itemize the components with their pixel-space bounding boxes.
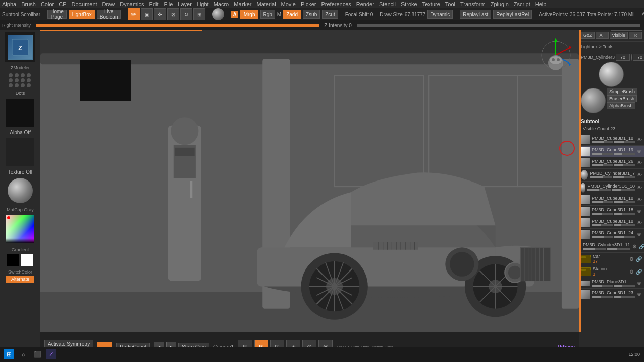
eye-icon-cube18d[interactable]: 👁	[637, 220, 642, 226]
menu-edit[interactable]: Edit	[149, 1, 159, 7]
menu-zscript[interactable]: Zscript	[514, 1, 530, 7]
subtool-item-cube19[interactable]: PM3D_Cube3D1_19 👁	[579, 146, 644, 157]
menu-marker[interactable]: Marker	[234, 1, 251, 7]
menu-macro[interactable]: Macro	[214, 1, 229, 7]
lightbox-button[interactable]: LightBox	[69, 10, 95, 19]
menu-file[interactable]: File	[164, 1, 173, 7]
subtool-item-station-folder[interactable]: Station 3 ⚙ 🔗	[579, 265, 644, 278]
eye-icon-plane3d1[interactable]: 👁	[637, 281, 642, 286]
subtool-item-car-folder[interactable]: Car 37 ⚙ 🔗	[579, 253, 644, 265]
all-button[interactable]: All	[596, 32, 609, 39]
rgb-button[interactable]: Rgb	[260, 10, 275, 19]
subtool-item-cyl11[interactable]: PM3D_Cylinder3D1_11 ⚙ 🔗	[579, 240, 644, 253]
zmodeler-icon-box[interactable]: Z	[5, 32, 35, 62]
alpha-brush-button[interactable]: AlphaBrush	[607, 102, 635, 109]
dynamic-button[interactable]: Dynamic	[427, 10, 453, 19]
menu-zplugin[interactable]: Zplugin	[491, 1, 509, 7]
menu-document[interactable]: Document	[71, 1, 97, 7]
menu-texture[interactable]: Texture	[422, 1, 440, 7]
subtool-item-cyl7[interactable]: PM3D_Cylinder3D1_7 👁	[579, 169, 644, 182]
eraser-brush-button[interactable]: EraserBrush	[607, 95, 637, 102]
replay-last-rel-button[interactable]: ReplayLastRel	[493, 10, 532, 19]
simple-brush-button[interactable]: SimpleBrush	[607, 88, 637, 95]
scale-button[interactable]: ⊠	[167, 8, 179, 20]
menu-help[interactable]: Help	[535, 1, 547, 7]
menu-brush[interactable]: Brush	[21, 1, 36, 7]
menu-stencil[interactable]: Stencil	[379, 1, 396, 7]
menu-render[interactable]: Render	[356, 1, 374, 7]
main-viewport[interactable]	[40, 30, 579, 332]
subtool-item-cyl10[interactable]: PM3D_Cylinder3D1_10 👁	[579, 182, 644, 194]
goz-button[interactable]: GoZ	[581, 32, 595, 39]
chain-icon-station[interactable]: 🔗	[636, 269, 642, 275]
live-boolean-button[interactable]: Live Boolean	[97, 10, 121, 19]
menu-layer[interactable]: Layer	[178, 1, 192, 7]
draw-mode-button[interactable]: ✏	[128, 8, 140, 20]
menu-material[interactable]: Material	[256, 1, 276, 7]
color-picker[interactable]	[6, 215, 34, 243]
replay-last-button[interactable]: ReplayLast	[460, 10, 491, 19]
menu-transform[interactable]: Transform	[460, 1, 486, 7]
material-preview-sphere[interactable]	[212, 8, 224, 20]
home-page-button[interactable]: Home Page	[47, 10, 67, 19]
eye-icon-cube23[interactable]: 👁	[637, 292, 642, 297]
chain-icon-car[interactable]: 🔗	[636, 256, 642, 262]
eye-icon-cyl10[interactable]: 👁	[637, 185, 642, 191]
menu-draw[interactable]: Draw	[102, 1, 115, 7]
eye-icon-cyl7[interactable]: 👁	[637, 172, 642, 178]
menu-light[interactable]: Light	[197, 1, 209, 7]
menu-color[interactable]: Color	[41, 1, 54, 7]
subtool-item-plane3d1[interactable]: PM3D_Plane3D1 👁	[579, 278, 644, 289]
alpha-preview-box[interactable]	[6, 99, 34, 127]
brush-preview-area[interactable]	[581, 62, 642, 87]
brush-intensity-input[interactable]	[633, 54, 644, 61]
zcut-button[interactable]: Zcut	[322, 10, 338, 19]
mrgb-button[interactable]: Mrgb	[240, 10, 258, 19]
swatch-black[interactable]	[7, 254, 19, 266]
cylinder-brush-preview[interactable]	[581, 88, 606, 113]
menu-movie[interactable]: Movie	[281, 1, 296, 7]
eye-icon-cube26[interactable]: 👁	[637, 160, 642, 166]
subtool-item-cube23[interactable]: PM3D_Cube3D1_23 👁	[579, 289, 644, 300]
zbrush-taskbar-icon[interactable]: Z	[46, 349, 56, 359]
eye-icon-cube18c[interactable]: 👁	[637, 209, 642, 214]
eye-icon-cube24[interactable]: 👁	[637, 232, 642, 237]
alpha-off-label[interactable]: Alpha Off	[9, 129, 32, 136]
menu-alpha[interactable]: Alpha	[2, 1, 16, 7]
subtool-item-cube18b[interactable]: PM3D_Cube3D1_18 👁	[579, 194, 644, 206]
symmetry-button[interactable]: ⊞	[193, 8, 205, 20]
subtool-item-cube26[interactable]: PM3D_Cube3D1_26 👁	[579, 157, 644, 169]
gear-icon-car[interactable]: ⚙	[629, 256, 634, 262]
subtool-item-cube18[interactable]: PM3D_Cube3D1_18 👁	[579, 134, 644, 146]
move-button[interactable]: ✜	[154, 8, 166, 20]
brush-size-input[interactable]	[616, 54, 630, 61]
viewport-gizmo[interactable]	[538, 35, 574, 75]
matcap-sphere[interactable]	[8, 178, 33, 203]
visible-button[interactable]: Visible	[610, 32, 628, 39]
menu-preferences[interactable]: Preferences	[321, 1, 351, 7]
right-intensity-bar[interactable]	[36, 24, 319, 27]
menu-tool[interactable]: Tool	[445, 1, 455, 7]
menu-picker[interactable]: Picker	[301, 1, 316, 7]
eye-icon-cube18b[interactable]: 👁	[637, 197, 642, 203]
search-icon[interactable]: ⌕	[18, 349, 28, 359]
eye-icon-cube19[interactable]: 👁	[637, 149, 642, 154]
gear-icon-cyl11[interactable]: ⚙	[632, 244, 637, 249]
zsub-button[interactable]: Zsub	[303, 10, 320, 19]
task-view-icon[interactable]: ⬛	[32, 349, 42, 359]
draw-button[interactable]: ▣	[141, 8, 153, 20]
menu-cp[interactable]: CP	[59, 1, 66, 7]
gear-icon-station[interactable]: ⚙	[629, 269, 634, 275]
subtool-item-cube18c[interactable]: PM3D_Cube3D1_18 👁	[579, 206, 644, 217]
eye-icon-cube18[interactable]: 👁	[637, 137, 642, 143]
texture-off-label[interactable]: Texture Off	[7, 168, 34, 176]
subtool-item-cube24[interactable]: PM3D_Cube3D1_24 👁	[579, 229, 644, 240]
texture-preview-box[interactable]	[6, 138, 34, 166]
z-intensity-bar[interactable]	[357, 24, 640, 27]
chain-icon-cyl11[interactable]: 🔗	[639, 244, 644, 249]
menu-dynamics[interactable]: Dynamics	[120, 1, 144, 7]
menu-stroke[interactable]: Stroke	[401, 1, 417, 7]
alternate-button[interactable]: Alternate	[6, 276, 34, 283]
rotate-button[interactable]: ↻	[180, 8, 192, 20]
swatch-white[interactable]	[21, 254, 33, 266]
